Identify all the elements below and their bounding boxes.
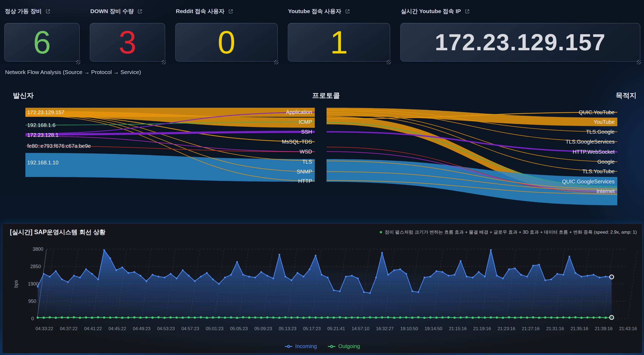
svg-text:04:37:22: 04:37:22 [60,326,77,331]
sankey-section-title: Network Flow Analysis (Source → Protocol… [5,69,141,75]
svg-text:21:27:16: 21:27:16 [522,326,540,331]
svg-text:05:21:41: 05:21:41 [327,326,345,331]
svg-text:05:13:23: 05:13:23 [279,326,296,331]
legend-item-incoming[interactable]: Incoming [285,343,317,349]
stat-panel-youtube-ip: 172.23.129.157 [400,23,640,61]
svg-text:21:15:16: 21:15:16 [449,326,467,331]
svg-text:QUIC.YouTube: QUIC.YouTube [579,109,615,115]
stat-value: 1 [330,26,348,58]
svg-text:HTTP.WebSocket: HTTP.WebSocket [573,149,615,155]
legend-item-outgoing[interactable]: Outgoing [328,343,360,349]
svg-text:21:19:16: 21:19:16 [473,326,491,331]
svg-text:SSH: SSH [301,129,312,135]
chart-legend: IncomingOutgoing [2,343,642,349]
svg-text:950: 950 [28,299,36,304]
stat-panel-up-devices: 6 [4,23,80,61]
svg-text:Application: Application [286,109,312,115]
svg-text:2850: 2850 [30,264,41,269]
external-link-icon[interactable] [228,9,233,14]
svg-text:192.168.1.6: 192.168.1.6 [27,122,56,128]
svg-text:Google: Google [598,159,615,165]
svg-text:HTTP: HTTP [298,178,312,184]
external-link-icon[interactable] [137,9,142,14]
svg-text:05:17:23: 05:17:23 [303,326,321,331]
resize-handle[interactable] [162,60,166,64]
svg-text:WSD: WSD [300,149,312,155]
svg-text:21:39:16: 21:39:16 [595,326,612,331]
svg-text:04:45:22: 04:45:22 [108,326,126,331]
stat-value: 3 [119,26,137,58]
svg-text:05:09:23: 05:09:23 [254,326,272,331]
stat-title-label: Youtube 접속 사용자 [288,7,341,15]
resize-handle[interactable] [274,60,278,64]
svg-text:04:41:22: 04:41:22 [84,326,102,331]
stat-title-label: Reddit 접속 사용자 [176,7,224,15]
svg-text:05:01:23: 05:01:23 [206,326,223,331]
svg-text:04:57:23: 04:57:23 [181,326,199,331]
svg-text:05:05:23: 05:05:23 [230,326,248,331]
external-link-icon[interactable] [465,9,470,14]
stat-value: 172.23.129.157 [435,30,606,54]
svg-text:3800: 3800 [33,246,43,252]
stat-title-up-devices: 정상 가동 장비 [5,7,51,15]
resize-handle[interactable] [387,60,391,64]
external-link-icon[interactable] [45,9,51,14]
svg-text:TLS: TLS [302,159,312,165]
svg-text:172.23.128.1: 172.23.128.1 [27,132,59,138]
series-line-icon [285,345,293,348]
dashboard: 정상 가동 장비 DOWN 장비 수량 Reddit 접속 사용자 Youtub… [0,0,644,355]
svg-text:bps: bps [13,280,19,288]
stat-title-label: 실시간 Youtube 접속 IP [401,7,461,15]
svg-text:Internet: Internet [596,188,615,194]
svg-text:SNMP: SNMP [297,169,312,175]
svg-text:04:53:23: 04:53:23 [157,326,175,331]
svg-text:fe80::e793:f676:c67a:be9e: fe80::e793:f676:c67a:be9e [27,143,91,149]
svg-text:TLS.GoogleServices: TLS.GoogleServices [566,139,615,145]
svg-text:ICMP: ICMP [299,119,312,125]
svg-text:21:43:16: 21:43:16 [619,326,637,331]
svg-text:14:57:10: 14:57:10 [352,326,369,331]
stat-title-youtube-users: Youtube 접속 사용자 [288,7,350,15]
svg-text:192.168.1.10: 192.168.1.10 [27,160,59,165]
stat-panel-reddit-users: 0 [175,23,278,61]
stat-title-reddit-users: Reddit 접속 사용자 [176,7,233,15]
resize-handle[interactable] [76,60,80,64]
sankey-diagram[interactable]: 172.23.129.157192.168.1.6172.23.128.1fe8… [0,88,644,214]
svg-text:19:14:50: 19:14:50 [425,326,442,331]
svg-text:16:32:27: 16:32:27 [376,326,394,331]
svg-text:1900: 1900 [28,281,38,287]
svg-text:21:31:16: 21:31:16 [546,326,564,331]
svg-text:YouTube: YouTube [593,119,615,125]
svg-text:MsSQL-TDS: MsSQL-TDS [282,139,312,145]
external-link-icon[interactable] [345,9,350,14]
resize-handle[interactable] [637,60,641,64]
svg-text:0: 0 [31,316,34,321]
svg-text:04:33:22: 04:33:22 [36,326,53,331]
series-line-icon [328,345,336,348]
stat-value: 6 [33,26,51,58]
stat-title-label: DOWN 장비 수량 [90,7,134,15]
stat-value: 0 [218,26,235,58]
svg-text:21:23:16: 21:23:16 [498,326,515,331]
stat-panel-down-devices: 3 [90,23,165,61]
svg-text:04:49:23: 04:49:23 [133,326,150,331]
svg-text:21:35:16: 21:35:16 [571,326,588,331]
stat-panel-youtube-users: 1 [288,23,390,61]
stat-title-down-devices: DOWN 장비 수량 [90,7,142,15]
svg-text:TLS.YouTube: TLS.YouTube [582,168,615,174]
svg-text:19:10:50: 19:10:50 [400,326,418,331]
stat-title-label: 정상 가동 장비 [5,7,42,15]
svg-text:QUIC.GoogleServices: QUIC.GoogleServices [562,179,615,184]
svg-text:TLS.Google: TLS.Google [586,129,615,135]
svg-text:172.23.129.157: 172.23.129.157 [27,109,64,115]
timeseries-chart[interactable]: 04:33:2204:37:2204:41:2204:45:2204:49:23… [2,224,642,353]
stat-title-youtube-ip: 실시간 Youtube 접속 IP [401,7,470,15]
timeseries-panel: [실시간] SAP운영시스템 회선 상황 점이 펄스처럼 크기가 변하는 흐름 … [2,223,642,353]
